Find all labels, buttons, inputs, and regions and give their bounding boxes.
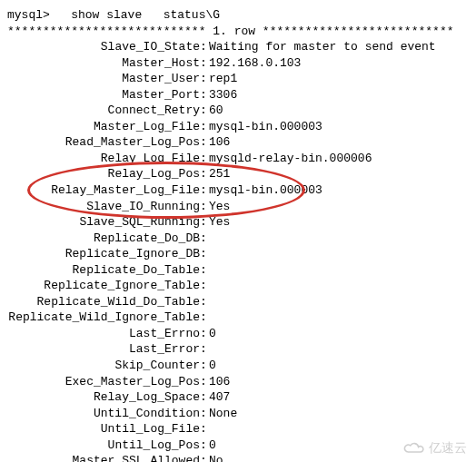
field-value: 0	[209, 358, 216, 374]
status-rows: Slave_IO_State: Waiting for master to se…	[7, 39, 469, 462]
field-label: Until_Log_File	[7, 421, 200, 437]
colon-separator: :	[200, 166, 209, 182]
field-value: 407	[209, 389, 230, 406]
colon-separator: :	[200, 389, 209, 406]
status-row: Replicate_Do_DB:	[7, 231, 469, 247]
colon-separator: :	[200, 39, 209, 55]
field-label: Relay_Log_Pos	[7, 166, 200, 182]
field-label: Replicate_Ignore_Table	[7, 278, 200, 294]
field-label: Master_Host	[7, 55, 200, 72]
field-value: Yes	[209, 199, 230, 215]
colon-separator: :	[200, 199, 209, 215]
status-row: Relay_Log_Space: 407	[7, 389, 469, 406]
field-value: mysqld-relay-bin.000006	[209, 151, 372, 167]
colon-separator: :	[200, 246, 209, 262]
status-row: Relay_Log_File: mysqld-relay-bin.000006	[7, 151, 469, 167]
status-row: Relay_Log_Pos: 251	[7, 166, 469, 182]
colon-separator: :	[200, 374, 209, 390]
field-value: Yes	[209, 214, 230, 231]
field-value: Waiting for master to send event	[209, 39, 436, 55]
status-row: Master_Host: 192.168.0.103	[7, 55, 469, 72]
colon-separator: :	[200, 55, 209, 72]
field-label: Slave_IO_Running	[7, 199, 200, 215]
status-row: Replicate_Wild_Ignore_Table:	[7, 310, 469, 326]
colon-separator: :	[200, 262, 209, 279]
field-label: Master_Log_File	[7, 119, 200, 135]
colon-separator: :	[200, 214, 209, 231]
field-value: No	[209, 453, 223, 462]
field-label: Replicate_Do_DB	[7, 231, 200, 247]
field-label: Last_Errno	[7, 326, 200, 342]
colon-separator: :	[200, 151, 209, 167]
status-row: Replicate_Wild_Do_Table:	[7, 294, 469, 310]
field-label: Master_SSL_Allowed	[7, 453, 200, 462]
field-label: Relay_Log_Space	[7, 389, 200, 406]
field-value: rep1	[209, 71, 237, 87]
field-label: Relay_Log_File	[7, 151, 200, 167]
field-value: 3306	[209, 87, 237, 103]
field-label: Replicate_Ignore_DB	[7, 246, 200, 262]
field-label: Last_Error	[7, 341, 200, 358]
colon-separator: :	[200, 406, 209, 422]
status-row: Slave_SQL_Running: Yes	[7, 214, 469, 231]
colon-separator: :	[200, 87, 209, 103]
field-label: Until_Log_Pos	[7, 437, 200, 454]
colon-separator: :	[200, 134, 209, 151]
status-row: Exec_Master_Log_Pos: 106	[7, 374, 469, 390]
colon-separator: :	[200, 310, 209, 326]
row-header: **************************** 1. row ****…	[7, 24, 469, 40]
colon-separator: :	[200, 326, 209, 342]
field-label: Exec_Master_Log_Pos	[7, 374, 200, 390]
colon-separator: :	[200, 341, 209, 358]
field-value: 106	[209, 134, 230, 151]
status-row: Master_Log_File: mysql-bin.000003	[7, 119, 469, 135]
field-label: Replicate_Do_Table	[7, 262, 200, 279]
colon-separator: :	[200, 278, 209, 294]
colon-separator: :	[200, 294, 209, 310]
status-row: Slave_IO_Running: Yes	[7, 199, 469, 215]
field-label: Read_Master_Log_Pos	[7, 134, 200, 151]
field-label: Slave_IO_State	[7, 39, 200, 55]
colon-separator: :	[200, 437, 209, 454]
status-row: Connect_Retry: 60	[7, 103, 469, 119]
colon-separator: :	[200, 71, 209, 87]
colon-separator: :	[200, 103, 209, 119]
colon-separator: :	[200, 231, 209, 247]
field-value: 106	[209, 374, 230, 390]
field-label: Until_Condition	[7, 406, 200, 422]
watermark-text: 亿速云	[429, 439, 467, 457]
field-value: mysql-bin.000003	[209, 182, 322, 199]
field-label: Connect_Retry	[7, 103, 200, 119]
field-label: Slave_SQL_Running	[7, 214, 200, 231]
field-label: Skip_Counter	[7, 358, 200, 374]
colon-separator: :	[200, 421, 209, 437]
colon-separator: :	[200, 453, 209, 462]
status-row: Replicate_Do_Table:	[7, 262, 469, 279]
watermark: 亿速云	[402, 439, 467, 457]
field-value: 192.168.0.103	[209, 55, 301, 72]
status-row: Master_SSL_Allowed: No	[7, 453, 469, 462]
status-row: Last_Error:	[7, 341, 469, 358]
field-value: mysql-bin.000003	[209, 119, 322, 135]
field-label: Replicate_Wild_Ignore_Table	[7, 310, 200, 326]
field-label: Master_Port	[7, 87, 200, 103]
field-value: 251	[209, 166, 230, 182]
field-label: Relay_Master_Log_File	[7, 182, 200, 199]
status-row: Until_Log_Pos: 0	[7, 437, 469, 454]
status-row: Relay_Master_Log_File: mysql-bin.000003	[7, 182, 469, 199]
status-row: Skip_Counter: 0	[7, 358, 469, 374]
colon-separator: :	[200, 182, 209, 199]
field-value: None	[209, 406, 237, 422]
field-label: Master_User	[7, 71, 200, 87]
colon-separator: :	[200, 358, 209, 374]
status-row: Master_Port: 3306	[7, 87, 469, 103]
colon-separator: :	[200, 119, 209, 135]
status-row: Last_Errno: 0	[7, 326, 469, 342]
status-row: Read_Master_Log_Pos: 106	[7, 134, 469, 151]
status-row: Master_User: rep1	[7, 71, 469, 87]
status-row: Replicate_Ignore_Table:	[7, 278, 469, 294]
status-row: Until_Log_File:	[7, 421, 469, 437]
mysql-prompt: mysql> show slave status\G	[7, 7, 469, 24]
field-value: 60	[209, 103, 223, 119]
cloud-icon	[402, 441, 425, 456]
